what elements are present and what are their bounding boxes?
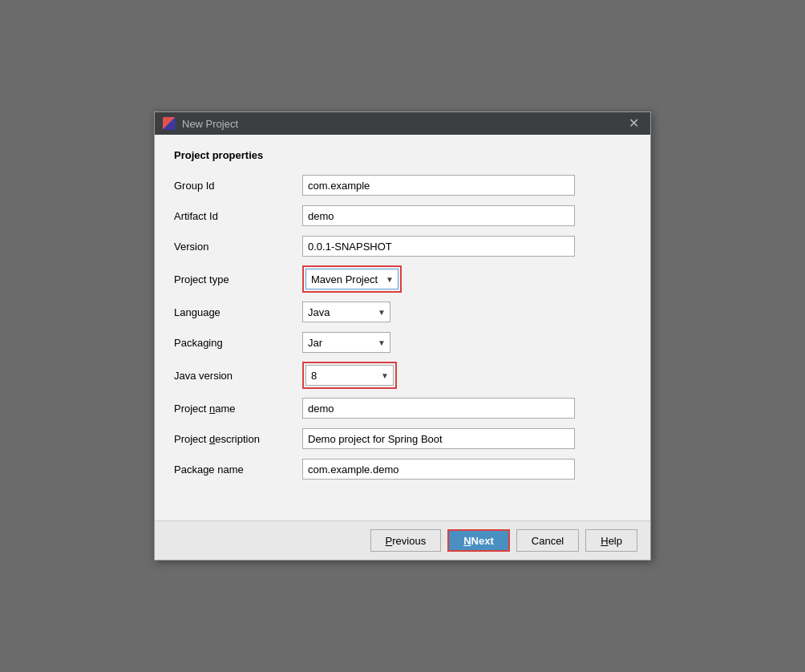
version-label: Version xyxy=(174,241,302,253)
artifact-id-row: Artifact Id xyxy=(174,204,631,227)
cancel-button[interactable]: Cancel xyxy=(516,529,579,552)
project-desc-input[interactable] xyxy=(302,428,575,449)
section-title: Project properties xyxy=(174,149,631,161)
group-id-row: Group Id xyxy=(174,174,631,196)
title-bar: New Project ✕ xyxy=(155,112,650,135)
dialog-footer: Previous NNext Cancel Help xyxy=(155,520,650,560)
project-name-input[interactable] xyxy=(302,398,575,419)
group-id-input[interactable] xyxy=(302,175,575,196)
language-row: Language Java Kotlin Groovy ▼ xyxy=(174,301,631,323)
artifact-id-input[interactable] xyxy=(302,205,575,226)
project-type-highlight: Maven Project Gradle Project ▼ xyxy=(302,265,402,293)
language-select[interactable]: Java Kotlin Groovy xyxy=(302,302,390,322)
java-version-highlight: 8 11 17 21 ▼ xyxy=(302,362,397,389)
new-project-dialog: New Project ✕ Project properties Group I… xyxy=(154,111,651,561)
group-id-label: Group Id xyxy=(174,180,302,192)
artifact-id-label: Artifact Id xyxy=(174,210,302,222)
project-type-label: Project type xyxy=(174,273,302,285)
version-row: Version xyxy=(174,235,631,257)
version-input[interactable] xyxy=(302,236,575,257)
packaging-label: Packaging xyxy=(174,337,302,349)
project-name-row: Project name xyxy=(174,397,631,419)
package-name-input[interactable] xyxy=(302,459,575,480)
package-name-row: Package name xyxy=(174,458,631,480)
project-type-row: Project type Maven Project Gradle Projec… xyxy=(174,265,631,293)
packaging-select[interactable]: Jar War xyxy=(302,332,390,353)
java-version-select[interactable]: 8 11 17 21 xyxy=(305,365,394,386)
project-type-select-wrapper: Maven Project Gradle Project ▼ xyxy=(305,269,398,289)
java-version-select-wrapper: 8 11 17 21 ▼ xyxy=(305,365,394,386)
java-version-row: Java version 8 11 17 21 ▼ xyxy=(174,362,631,389)
help-button[interactable]: Help xyxy=(585,529,637,552)
java-version-label: Java version xyxy=(174,370,302,382)
language-select-wrapper: Java Kotlin Groovy ▼ xyxy=(302,302,390,322)
package-name-label: Package name xyxy=(174,464,302,476)
dialog-content: Project properties Group Id Artifact Id … xyxy=(155,135,650,508)
previous-button[interactable]: Previous xyxy=(370,529,442,552)
language-label: Language xyxy=(174,306,302,318)
packaging-select-wrapper: Jar War ▼ xyxy=(302,332,390,353)
next-button[interactable]: NNext xyxy=(447,529,510,552)
project-name-label: Project name xyxy=(174,403,302,415)
close-button[interactable]: ✕ xyxy=(625,117,642,130)
project-desc-row: Project description xyxy=(174,427,631,450)
title-bar-left: New Project xyxy=(163,117,238,130)
project-desc-label: Project description xyxy=(174,433,302,445)
app-icon xyxy=(163,117,176,130)
packaging-row: Packaging Jar War ▼ xyxy=(174,331,631,354)
dialog-title: New Project xyxy=(182,118,238,130)
project-type-select[interactable]: Maven Project Gradle Project xyxy=(305,269,398,289)
